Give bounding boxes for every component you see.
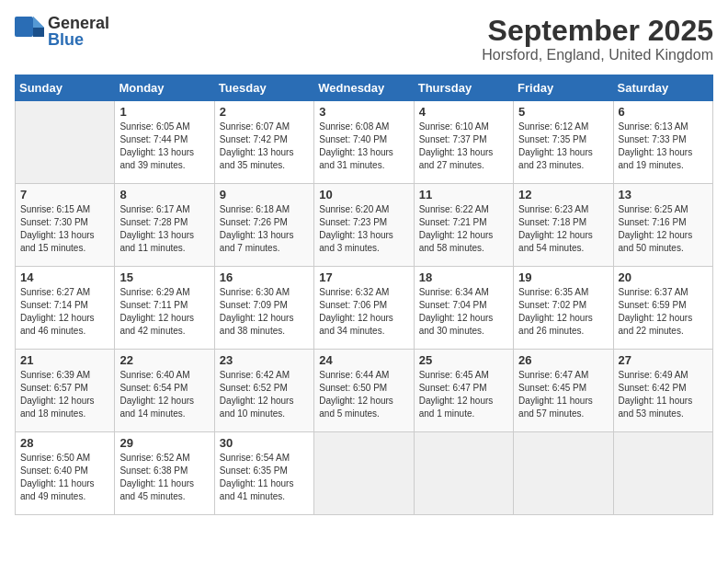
day-number: 25 xyxy=(419,353,508,367)
day-number: 7 xyxy=(20,188,109,201)
day-number: 9 xyxy=(220,188,309,201)
calendar-cell: 11Sunrise: 6:22 AM Sunset: 7:21 PM Dayli… xyxy=(414,184,513,267)
weekday-header: Wednesday xyxy=(314,75,414,101)
day-number: 15 xyxy=(119,270,209,284)
day-info: Sunrise: 6:05 AM Sunset: 7:44 PM Dayligh… xyxy=(119,121,209,172)
weekday-header: Sunday xyxy=(16,75,115,101)
day-number: 22 xyxy=(119,353,209,367)
page-header: General Blue September 2025 Horsford, En… xyxy=(15,15,713,63)
day-number: 23 xyxy=(220,353,309,367)
day-info: Sunrise: 6:08 AM Sunset: 7:40 PM Dayligh… xyxy=(319,121,408,172)
calendar-cell xyxy=(613,432,712,515)
calendar-cell: 6Sunrise: 6:13 AM Sunset: 7:33 PM Daylig… xyxy=(613,101,712,184)
day-info: Sunrise: 6:40 AM Sunset: 6:54 PM Dayligh… xyxy=(119,369,209,420)
calendar-cell: 3Sunrise: 6:08 AM Sunset: 7:40 PM Daylig… xyxy=(314,101,414,184)
day-number: 4 xyxy=(419,105,508,119)
calendar-cell: 23Sunrise: 6:42 AM Sunset: 6:52 PM Dayli… xyxy=(214,350,313,432)
svg-marker-2 xyxy=(33,28,44,37)
calendar-cell: 28Sunrise: 6:50 AM Sunset: 6:40 PM Dayli… xyxy=(16,432,115,515)
day-info: Sunrise: 6:37 AM Sunset: 6:59 PM Dayligh… xyxy=(619,286,708,338)
calendar-cell: 29Sunrise: 6:52 AM Sunset: 6:38 PM Dayli… xyxy=(115,432,214,515)
day-number: 28 xyxy=(20,436,109,450)
calendar-cell: 4Sunrise: 6:10 AM Sunset: 7:37 PM Daylig… xyxy=(414,101,513,184)
day-info: Sunrise: 6:32 AM Sunset: 7:06 PM Dayligh… xyxy=(319,286,408,338)
calendar-table: SundayMondayTuesdayWednesdayThursdayFrid… xyxy=(15,75,713,515)
calendar-cell: 1Sunrise: 6:05 AM Sunset: 7:44 PM Daylig… xyxy=(115,101,214,184)
calendar-week-row: 21Sunrise: 6:39 AM Sunset: 6:57 PM Dayli… xyxy=(16,350,713,432)
calendar-cell xyxy=(514,432,613,515)
calendar-cell: 24Sunrise: 6:44 AM Sunset: 6:50 PM Dayli… xyxy=(314,350,414,432)
day-info: Sunrise: 6:49 AM Sunset: 6:42 PM Dayligh… xyxy=(619,369,708,420)
svg-marker-3 xyxy=(33,17,44,28)
calendar-cell: 7Sunrise: 6:15 AM Sunset: 7:30 PM Daylig… xyxy=(16,184,115,267)
day-number: 27 xyxy=(619,353,708,367)
logo-general: General xyxy=(48,15,109,31)
calendar-cell: 17Sunrise: 6:32 AM Sunset: 7:06 PM Dayli… xyxy=(314,267,414,350)
day-number: 21 xyxy=(20,353,109,367)
day-info: Sunrise: 6:29 AM Sunset: 7:11 PM Dayligh… xyxy=(119,286,209,338)
day-number: 20 xyxy=(619,270,708,284)
day-info: Sunrise: 6:34 AM Sunset: 7:04 PM Dayligh… xyxy=(419,286,508,338)
calendar-cell: 12Sunrise: 6:23 AM Sunset: 7:18 PM Dayli… xyxy=(514,184,613,267)
calendar-cell: 10Sunrise: 6:20 AM Sunset: 7:23 PM Dayli… xyxy=(314,184,414,267)
day-info: Sunrise: 6:23 AM Sunset: 7:18 PM Dayligh… xyxy=(518,203,608,255)
day-number: 10 xyxy=(319,188,408,201)
logo-icon xyxy=(15,17,44,46)
calendar-cell: 18Sunrise: 6:34 AM Sunset: 7:04 PM Dayli… xyxy=(414,267,513,350)
day-info: Sunrise: 6:10 AM Sunset: 7:37 PM Dayligh… xyxy=(419,121,508,172)
calendar-title: September 2025 xyxy=(482,15,713,47)
calendar-cell xyxy=(314,432,414,515)
day-number: 2 xyxy=(220,105,309,119)
day-info: Sunrise: 6:20 AM Sunset: 7:23 PM Dayligh… xyxy=(319,203,408,255)
day-info: Sunrise: 6:22 AM Sunset: 7:21 PM Dayligh… xyxy=(419,203,508,255)
calendar-cell: 26Sunrise: 6:47 AM Sunset: 6:45 PM Dayli… xyxy=(514,350,613,432)
day-number: 26 xyxy=(518,353,608,367)
logo: General Blue xyxy=(15,15,109,48)
day-number: 19 xyxy=(518,270,608,284)
calendar-cell: 5Sunrise: 6:12 AM Sunset: 7:35 PM Daylig… xyxy=(514,101,613,184)
calendar-week-row: 14Sunrise: 6:27 AM Sunset: 7:14 PM Dayli… xyxy=(16,267,713,350)
day-number: 3 xyxy=(319,105,408,119)
day-info: Sunrise: 6:12 AM Sunset: 7:35 PM Dayligh… xyxy=(518,121,608,172)
day-number: 17 xyxy=(319,270,408,284)
calendar-cell: 2Sunrise: 6:07 AM Sunset: 7:42 PM Daylig… xyxy=(214,101,313,184)
calendar-cell: 22Sunrise: 6:40 AM Sunset: 6:54 PM Dayli… xyxy=(115,350,214,432)
calendar-cell xyxy=(16,101,115,184)
day-info: Sunrise: 6:35 AM Sunset: 7:02 PM Dayligh… xyxy=(518,286,608,338)
day-number: 30 xyxy=(220,436,309,450)
weekday-header: Saturday xyxy=(613,75,712,101)
calendar-subtitle: Horsford, England, United Kingdom xyxy=(482,47,713,63)
calendar-cell: 30Sunrise: 6:54 AM Sunset: 6:35 PM Dayli… xyxy=(214,432,313,515)
weekday-header: Thursday xyxy=(414,75,513,101)
weekday-header: Friday xyxy=(514,75,613,101)
day-info: Sunrise: 6:18 AM Sunset: 7:26 PM Dayligh… xyxy=(220,203,309,255)
day-info: Sunrise: 6:13 AM Sunset: 7:33 PM Dayligh… xyxy=(619,121,708,172)
day-info: Sunrise: 6:54 AM Sunset: 6:35 PM Dayligh… xyxy=(220,452,309,503)
calendar-cell: 20Sunrise: 6:37 AM Sunset: 6:59 PM Dayli… xyxy=(613,267,712,350)
day-number: 5 xyxy=(518,105,608,119)
day-number: 24 xyxy=(319,353,408,367)
day-info: Sunrise: 6:47 AM Sunset: 6:45 PM Dayligh… xyxy=(518,369,608,420)
day-number: 14 xyxy=(20,270,109,284)
logo-blue: Blue xyxy=(48,31,109,48)
day-number: 16 xyxy=(220,270,309,284)
day-number: 13 xyxy=(619,188,708,201)
day-info: Sunrise: 6:17 AM Sunset: 7:28 PM Dayligh… xyxy=(119,203,209,255)
day-number: 12 xyxy=(518,188,608,201)
calendar-cell: 9Sunrise: 6:18 AM Sunset: 7:26 PM Daylig… xyxy=(214,184,313,267)
calendar-cell: 16Sunrise: 6:30 AM Sunset: 7:09 PM Dayli… xyxy=(214,267,313,350)
day-info: Sunrise: 6:39 AM Sunset: 6:57 PM Dayligh… xyxy=(20,369,109,420)
day-number: 6 xyxy=(619,105,708,119)
day-info: Sunrise: 6:25 AM Sunset: 7:16 PM Dayligh… xyxy=(619,203,708,255)
svg-rect-0 xyxy=(15,17,33,37)
title-block: September 2025 Horsford, England, United… xyxy=(482,15,713,63)
header-row: SundayMondayTuesdayWednesdayThursdayFrid… xyxy=(16,75,713,101)
calendar-cell: 15Sunrise: 6:29 AM Sunset: 7:11 PM Dayli… xyxy=(115,267,214,350)
day-number: 1 xyxy=(119,105,209,119)
calendar-cell: 21Sunrise: 6:39 AM Sunset: 6:57 PM Dayli… xyxy=(16,350,115,432)
calendar-week-row: 1Sunrise: 6:05 AM Sunset: 7:44 PM Daylig… xyxy=(16,101,713,184)
calendar-week-row: 7Sunrise: 6:15 AM Sunset: 7:30 PM Daylig… xyxy=(16,184,713,267)
day-info: Sunrise: 6:07 AM Sunset: 7:42 PM Dayligh… xyxy=(220,121,309,172)
day-number: 11 xyxy=(419,188,508,201)
calendar-cell: 25Sunrise: 6:45 AM Sunset: 6:47 PM Dayli… xyxy=(414,350,513,432)
